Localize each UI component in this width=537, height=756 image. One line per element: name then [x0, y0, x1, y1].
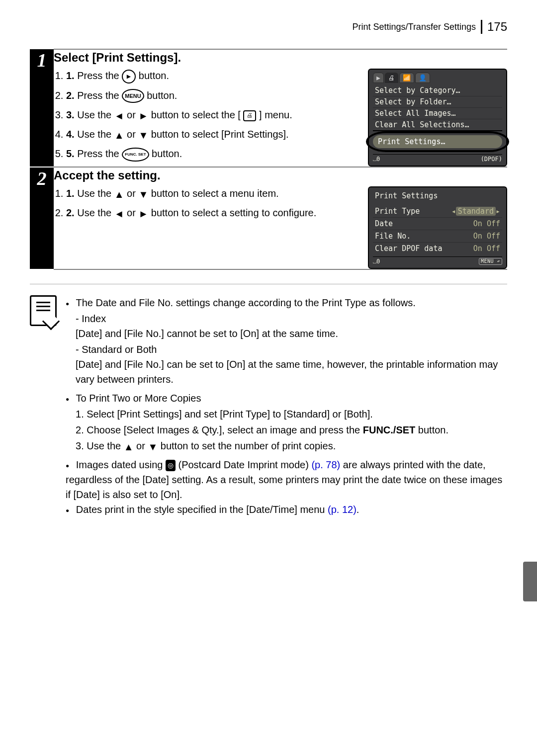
header-section: Print Settings/Transfer Settings — [353, 22, 476, 32]
cam-tab-playback: ▶ — [373, 73, 384, 83]
page-header: Print Settings/Transfer Settings 175 — [30, 20, 507, 34]
step-2-instructions: 1. Use the ▲ or ▼ button to select a men… — [54, 186, 359, 269]
step-number-1: 1 — [30, 49, 54, 167]
arrow-up-icon: ▲ — [114, 189, 124, 199]
cam-tab-transfer: 📶 — [399, 73, 414, 83]
arrow-right-icon: ► — [138, 111, 148, 121]
playback-icon — [122, 70, 136, 84]
postcard-mode-icon: ◎ — [166, 460, 176, 471]
notes-section: The Date and File No. settings change ac… — [30, 295, 507, 517]
arrow-right-icon: ► — [138, 209, 148, 219]
arrow-up-icon: ▲ — [124, 442, 134, 452]
step-1-instructions: 1. Press the button. 2. Press the MENU b… — [54, 69, 359, 167]
divider — [30, 284, 507, 284]
highlighted-menu-item: Print Settings… — [373, 135, 502, 148]
cam-tab-user: 👤 — [415, 73, 430, 83]
arrow-up-icon: ▲ — [114, 130, 124, 140]
page-number: 175 — [481, 20, 507, 34]
step-1-title: Select [Print Settings]. — [54, 51, 507, 65]
page-ref-12[interactable]: (p. 12) — [328, 504, 357, 515]
notes-icon — [30, 295, 57, 326]
steps-table: 1 Select [Print Settings]. 1. Press the … — [30, 49, 507, 270]
arrow-down-icon: ▼ — [148, 442, 158, 452]
func-set-icon: FUNC. SET — [122, 148, 149, 162]
page-ref-78[interactable]: (p. 78) — [311, 459, 340, 470]
menu-back-icon: MENU ↶ — [479, 258, 502, 265]
arrow-left-icon: ◄ — [114, 209, 124, 219]
step-number-2: 2 — [30, 167, 54, 269]
arrow-down-icon: ▼ — [138, 130, 148, 140]
cam-tab-print: 🖨 — [385, 73, 398, 83]
step-2-title: Accept the setting. — [54, 168, 507, 182]
print-menu-icon — [243, 110, 256, 121]
camera-screen-2: Print Settings Print Type ◂Standard▸ Dat… — [368, 186, 507, 269]
camera-screen-1: ▶ 🖨 📶 👤 Select by Category… Select by Fo… — [368, 69, 507, 167]
arrow-left-icon: ◄ — [114, 111, 124, 121]
menu-button-icon: MENU — [122, 89, 144, 103]
arrow-down-icon: ▼ — [138, 189, 148, 199]
